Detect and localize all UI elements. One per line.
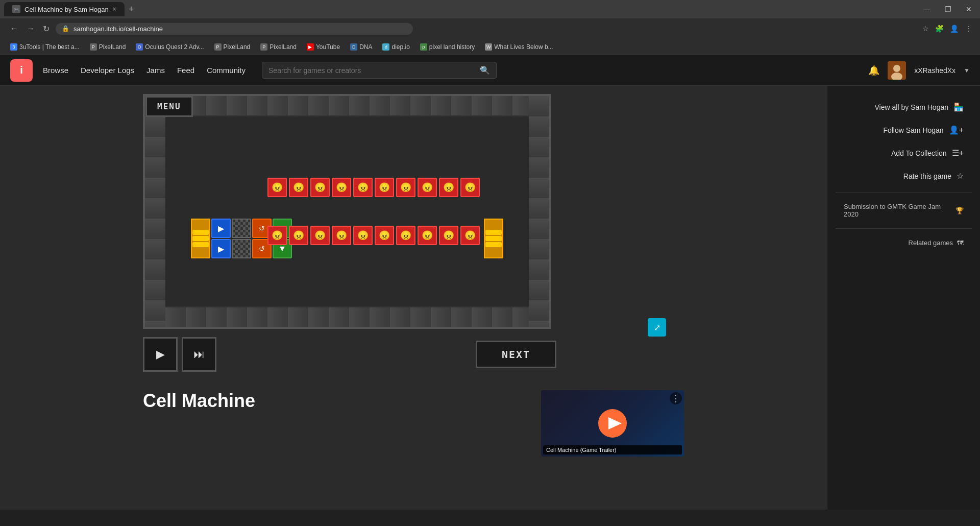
nav-feed[interactable]: Feed — [177, 66, 194, 75]
close-window-button[interactable]: ✕ — [962, 3, 976, 15]
bookmark-what-lives-below[interactable]: W What Lives Below b... — [481, 42, 557, 52]
map-icon: 🗺 — [957, 239, 964, 247]
submission-label: Submission to GMTK Game Jam 2020 — [844, 203, 951, 218]
tab-close-button[interactable]: × — [113, 6, 116, 13]
bookmark-label: pixel land history — [429, 43, 475, 51]
game-title: Cell Machine — [143, 390, 521, 412]
bookmark-pixelland2[interactable]: P PixelLand — [210, 42, 255, 52]
video-options-button[interactable]: ⋮ — [670, 392, 682, 404]
enemy-cell: 😠 — [267, 226, 287, 245]
site-nav: i Browse Developer Logs Jams Feed Commun… — [0, 55, 980, 86]
bookmark-label: PixelLand — [270, 43, 297, 51]
submission-link[interactable]: Submission to GMTK Game Jam 2020 🏆 — [836, 198, 972, 223]
follow-button[interactable]: Follow Sam Hogan 👤+ — [836, 119, 972, 141]
nav-browse[interactable]: Browse — [43, 66, 68, 75]
extensions-icon[interactable]: 🧩 — [935, 25, 944, 33]
menu-button[interactable]: MENU — [145, 96, 193, 117]
game-canvas[interactable]: 😠 😠 😠 😠 😠 😠 😠 😠 😠 😠 — [143, 94, 551, 329]
rotate-cell — [232, 219, 251, 238]
title-bar: 🎮 Cell Machine by Sam Hogan × + — ❐ ✕ — [0, 0, 980, 18]
bookmark-label: Oculus Quest 2 Adv... — [145, 43, 204, 51]
game-area: MENU 😠 😠 😠 😠 😠 — [0, 86, 827, 510]
enemy-cell: 😠 — [396, 226, 415, 245]
nav-links: Browse Developer Logs Jams Feed Communit… — [43, 66, 246, 75]
enemy-cell: 😠 — [353, 178, 373, 197]
step-button[interactable]: ⏭ — [182, 337, 216, 372]
address-right-icons: ☆ 🧩 👤 ⋮ — [922, 25, 972, 33]
fullscreen-button[interactable]: ⤢ — [648, 318, 666, 337]
bookmark-favicon: W — [485, 43, 492, 51]
account-icon[interactable]: 👤 — [950, 25, 959, 33]
bookmark-label: 3uTools | The best a... — [19, 43, 80, 51]
star-icon[interactable]: ☆ — [922, 25, 929, 33]
border-left — [145, 96, 165, 327]
nav-jams[interactable]: Jams — [146, 66, 165, 75]
bookmark-3utools[interactable]: 3 3uTools | The best a... — [6, 42, 84, 52]
step-icon: ⏭ — [193, 348, 205, 361]
mover-cell: ▶ — [211, 239, 231, 258]
enemy-cell: 😠 — [310, 226, 330, 245]
bookmark-youtube[interactable]: ▶ YouTube — [303, 42, 344, 52]
bookmark-pixelland-history[interactable]: p pixel land history — [416, 42, 479, 52]
maximize-button[interactable]: ❐ — [941, 3, 955, 15]
search-box[interactable]: 🔍 — [262, 62, 497, 79]
next-button[interactable]: NEXT — [476, 341, 556, 368]
video-label: Cell Machine (Game Trailer) — [543, 445, 682, 455]
add-collection-button[interactable]: Add To Collection ☰+ — [836, 142, 972, 164]
bookmark-label: YouTube — [316, 43, 340, 51]
minimize-button[interactable]: — — [919, 3, 935, 15]
video-thumbnail[interactable]: Cell Machine (Game Trailer) ⋮ — [541, 390, 684, 457]
new-tab-button[interactable]: + — [127, 2, 136, 17]
enemy-cell: 😠 — [460, 178, 480, 197]
trophy-icon: 🏆 — [955, 207, 964, 214]
menu-dots-icon[interactable]: ⋮ — [965, 25, 972, 33]
rotate-cell — [232, 239, 251, 258]
bookmark-pixelland3[interactable]: P PixelLand — [256, 42, 301, 52]
related-games-label: Related games — [909, 239, 953, 247]
search-input[interactable] — [268, 66, 476, 75]
related-games-link[interactable]: Related games 🗺 — [836, 234, 972, 252]
bookmark-diepio[interactable]: d diep.io — [378, 42, 413, 52]
view-all-button[interactable]: View all by Sam Hogan 🏪 — [836, 96, 972, 118]
bookmark-dna[interactable]: D DNA — [346, 42, 376, 52]
bookmark-favicon: P — [90, 43, 97, 51]
rate-button[interactable]: Rate this game ☆ — [836, 165, 972, 187]
nav-community[interactable]: Community — [207, 66, 246, 75]
rate-label: Rate this game — [903, 172, 951, 180]
bookmark-favicon: ▶ — [307, 43, 314, 51]
site-logo[interactable]: i — [10, 59, 33, 82]
game-controls: ▶ ⏭ NEXT — [0, 329, 827, 380]
collection-icon: ☰+ — [952, 148, 964, 158]
bookmarks-bar: 3 3uTools | The best a... P PixelLand O … — [0, 39, 980, 55]
enemy-cell: 😠 — [439, 226, 458, 245]
menu-button-area: MENU — [145, 96, 193, 117]
enemy-cell: 😠 — [289, 226, 308, 245]
bottom-content: Cell Machine Cell Machine (Game Trailer)… — [0, 380, 827, 467]
yellow-block — [484, 219, 503, 258]
notification-icon[interactable]: 🔔 — [868, 65, 879, 76]
nav-developer-logs[interactable]: Developer Logs — [81, 66, 134, 75]
yellow-block-left — [191, 219, 210, 258]
forward-button[interactable]: → — [24, 22, 37, 35]
reload-button[interactable]: ↻ — [41, 22, 52, 36]
add-collection-label: Add To Collection — [891, 149, 947, 157]
address-input[interactable]: 🔒 samhogan.itch.io/cell-machine — [56, 23, 413, 35]
bookmark-oculus[interactable]: O Oculus Quest 2 Adv... — [132, 42, 208, 52]
bookmark-label: What Lives Below b... — [494, 43, 553, 51]
enemy-cell: 😠 — [267, 178, 287, 197]
play-icon: ▶ — [156, 348, 165, 361]
active-tab[interactable]: 🎮 Cell Machine by Sam Hogan × — [4, 2, 125, 16]
enemy-cell: 😠 — [418, 226, 437, 245]
border-bottom — [145, 306, 549, 327]
enemy-row-bottom: 😠 😠 😠 😠 😠 😠 😠 😠 😠 😠 — [267, 226, 480, 245]
bookmark-favicon: d — [382, 43, 389, 51]
username-label[interactable]: xXRashedXx — [914, 66, 955, 75]
back-button[interactable]: ← — [8, 22, 20, 35]
follow-label: Follow Sam Hogan — [883, 126, 943, 134]
user-dropdown-arrow[interactable]: ▼ — [964, 67, 970, 74]
window-controls: — ❐ ✕ — [919, 3, 976, 15]
search-icon: 🔍 — [480, 65, 490, 75]
logo-text: i — [20, 64, 23, 76]
bookmark-pixelland1[interactable]: P PixelLand — [86, 42, 130, 52]
play-button[interactable]: ▶ — [143, 337, 178, 372]
